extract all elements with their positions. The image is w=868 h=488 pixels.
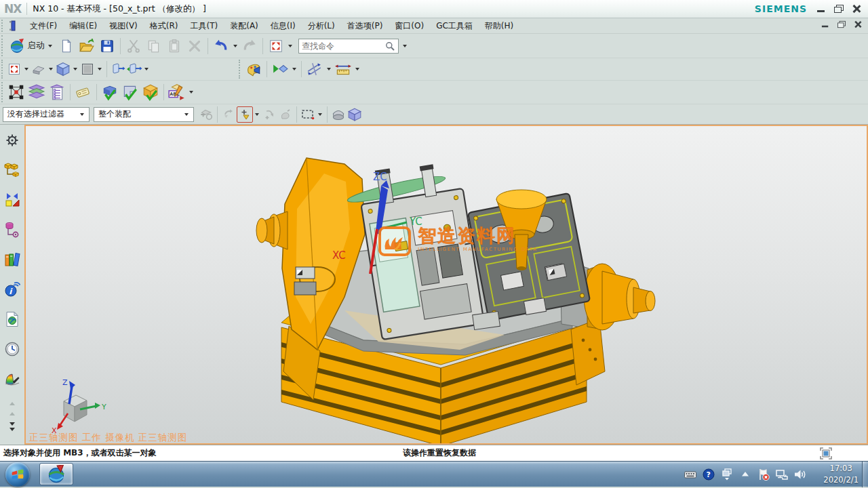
menu-item-file[interactable]: 文件(F) [24,18,63,34]
selection-scope-dropdown[interactable]: 整个装配 [94,107,194,122]
snap-dropdown[interactable] [255,113,259,116]
web-browser-button[interactable] [2,309,22,329]
ime-help-tray-icon[interactable]: ? [702,468,715,481]
show-hide-button[interactable] [270,59,290,79]
display-dropdown[interactable] [189,91,193,94]
delete-button[interactable] [184,36,205,56]
orient-view-button[interactable] [31,61,47,77]
paste-button[interactable] [164,36,184,56]
drag-grip[interactable] [1,20,5,32]
edit-section-button[interactable] [126,61,142,77]
move-object-button[interactable] [6,82,26,102]
start-menu-button[interactable]: 启动 [6,36,56,56]
annotation-button[interactable] [73,82,94,102]
keyboard-tray-icon[interactable] [684,468,697,481]
marquee-select-button[interactable] [300,106,316,123]
command-finder[interactable] [298,39,399,54]
doc-close-button[interactable] [854,21,862,28]
measure-button[interactable] [333,59,353,79]
undo-dropdown[interactable] [233,45,237,47]
check-sketch-button[interactable] [120,82,140,102]
orient-dropdown[interactable] [49,68,53,70]
thread-dropdown[interactable] [327,68,331,70]
redo-button[interactable] [239,36,260,56]
layer-category-button[interactable] [47,82,67,102]
scroll-down-icon[interactable] [9,422,15,426]
show-desktop-button[interactable] [862,462,868,487]
ime-window-tray-icon[interactable] [720,468,734,481]
show-hidden-icons-button[interactable] [738,468,752,481]
render-dropdown[interactable] [73,68,77,70]
menu-item-view[interactable]: 视图(V) [103,18,144,34]
doc-minimize-button[interactable] [821,21,829,28]
scroll-up-icon[interactable] [9,402,15,405]
check-solid-button[interactable] [140,82,161,102]
highlight-mode-button[interactable] [330,106,347,123]
drag-grip[interactable] [1,35,5,56]
menu-item-gc-toolbox[interactable]: GC工具箱 [430,18,479,34]
process-studio-button[interactable] [2,369,22,389]
fit-view-button[interactable] [6,61,22,77]
volume-tray-icon[interactable] [793,468,807,481]
menu-item-assemblies[interactable]: 装配(A) [224,18,264,34]
hd3d-tools-button[interactable]: i [2,279,22,300]
scroll-down2-icon[interactable] [9,428,15,431]
snap-hand-button[interactable] [277,106,294,123]
snap-point-button[interactable] [237,106,253,123]
model-3d[interactable]: ZC YC XC [26,126,867,443]
search-input[interactable] [302,41,384,51]
part-navigator-button[interactable] [2,220,22,240]
clip-section-button[interactable] [110,61,126,77]
menu-item-tools[interactable]: 工具(T) [184,18,224,34]
section-dropdown[interactable] [144,68,149,70]
search-dropdown[interactable] [403,45,407,47]
constraint-navigator-button[interactable] [2,190,22,210]
selection-filter-dropdown[interactable]: 没有选择过滤器 [3,107,90,122]
menu-item-preferences[interactable]: 首选项(P) [341,18,389,34]
edit-object-display-button[interactable]: ABC [167,82,187,102]
assembly-navigator-button[interactable] [2,160,22,180]
scroll-up2-icon[interactable] [9,412,15,415]
menu-item-format[interactable]: 格式(R) [144,18,184,34]
drag-grip[interactable] [1,60,5,79]
marquee-dropdown[interactable] [318,113,322,116]
undo-button[interactable] [211,36,231,56]
open-file-button[interactable] [77,36,97,56]
action-center-icon[interactable] [757,468,770,481]
menu-item-information[interactable]: 信息(I) [264,18,302,34]
menu-item-help[interactable]: 帮助(H) [479,18,519,34]
network-tray-icon[interactable] [775,468,789,481]
nx-taskbar-button[interactable] [39,463,73,485]
taskbar-clock[interactable]: 17:03 2020/2/1 [823,463,859,485]
snap-prev-button[interactable] [220,106,237,123]
drag-grip[interactable] [1,82,5,102]
transparency-mode-button[interactable] [347,106,363,123]
measure-dropdown[interactable] [355,68,359,70]
show-hide-dropdown[interactable] [292,68,296,70]
close-button[interactable] [852,5,861,13]
select-in-assembly-button[interactable] [198,106,214,123]
menu-item-edit[interactable]: 编辑(E) [63,18,103,34]
clip-view-icon[interactable] [819,447,833,460]
background-dropdown[interactable] [98,68,102,70]
background-button[interactable] [79,61,96,77]
new-file-button[interactable] [56,36,77,56]
reuse-library-button[interactable] [2,249,22,270]
render-style-button[interactable] [55,61,71,77]
snap-rotate-button[interactable] [261,106,277,123]
cut-button[interactable] [123,36,144,56]
history-button[interactable] [2,339,22,359]
fit-dropdown[interactable] [24,68,28,70]
layout-dropdown[interactable] [288,45,292,47]
menu-item-window[interactable]: 窗口(O) [389,18,430,34]
roles-button[interactable] [2,130,22,150]
role-button[interactable] [243,59,264,79]
doc-restore-button[interactable] [837,21,846,28]
minimize-button[interactable] [816,5,826,13]
save-button[interactable] [97,36,117,56]
graphics-viewport[interactable]: ZC YC XC 智造资料网 INTELLIGENT MANUFACTURING… [24,125,868,445]
touch-mode-button[interactable] [266,36,286,56]
assembly-constraints-button[interactable] [100,82,120,102]
start-button[interactable] [5,462,30,487]
menu-item-analysis[interactable]: 分析(L) [302,18,341,34]
